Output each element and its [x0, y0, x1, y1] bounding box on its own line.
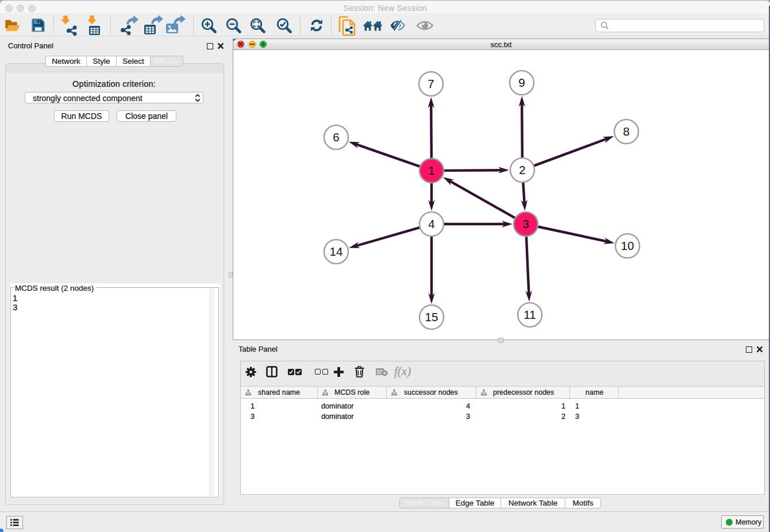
svg-text:3: 3: [522, 217, 529, 230]
svg-text:6: 6: [333, 130, 339, 144]
svg-text:10: 10: [621, 239, 634, 252]
svg-text:4: 4: [428, 217, 434, 230]
svg-text:11: 11: [523, 308, 536, 321]
svg-text:15: 15: [425, 310, 438, 323]
svg-text:9: 9: [518, 76, 525, 89]
svg-text:7: 7: [428, 77, 434, 90]
svg-text:8: 8: [623, 125, 629, 138]
svg-text:2: 2: [519, 163, 525, 176]
svg-text:1: 1: [428, 164, 434, 177]
svg-text:14: 14: [330, 245, 343, 258]
